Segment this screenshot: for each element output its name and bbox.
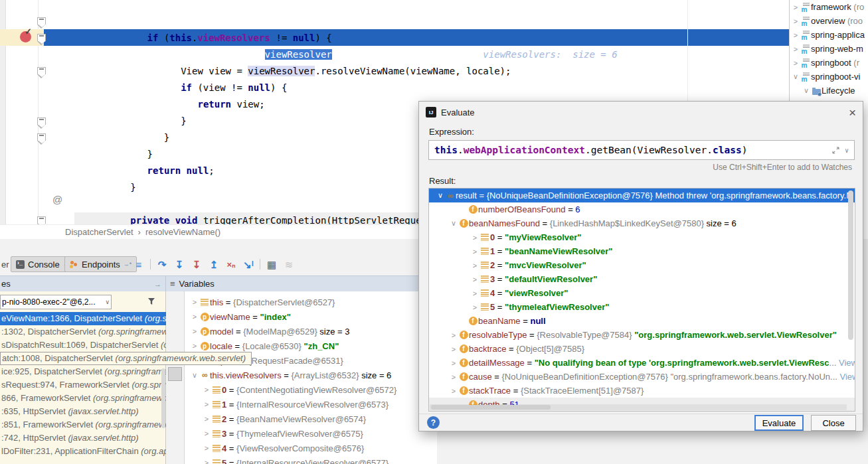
chevron-icon[interactable]: > (449, 387, 458, 395)
tree-row[interactable]: > springboot (r (790, 56, 868, 70)
fold-marker-icon[interactable] (37, 17, 46, 25)
result-vertical-scrollbar[interactable] (848, 191, 853, 340)
frame-row[interactable]: sDispatchResult:1069, DispatcherServlet … (0, 339, 166, 352)
expression-input[interactable]: this.webApplicationContext.getBean(ViewR… (428, 140, 855, 160)
variable-row[interactable]: > 3 = {ThymeleafViewResolver@6575} (185, 426, 437, 441)
chevron-icon[interactable]: > (449, 373, 458, 381)
result-row[interactable]: > stackTrace = {StackTraceElement[51]@75… (429, 384, 855, 398)
evaluate-expression-icon[interactable]: ▦ (263, 257, 280, 271)
chevron-icon[interactable]: > (449, 359, 458, 367)
variable-row[interactable]: > this = {DispatcherServlet@6527} (185, 295, 437, 309)
result-row[interactable]: > backtrace = {Object[5]@7585} (429, 342, 855, 356)
chevron-icon[interactable]: > (190, 342, 199, 350)
chevron-icon[interactable]: > (202, 444, 211, 452)
result-row[interactable]: beanName = null (429, 314, 855, 328)
variable-row[interactable]: > model = {ModelMap@6529} size = 3 (185, 324, 437, 339)
chevron-icon[interactable]: > (791, 45, 800, 53)
frame-row[interactable]: eViewName:1366, DispatcherServlet (org.s… (0, 312, 166, 325)
frame-row[interactable]: lDoFilter:231, ApplicationFilterChain (o… (0, 445, 166, 458)
step-out-icon[interactable]: ↥ (205, 257, 222, 271)
history-chevron-icon[interactable]: ∨ (845, 147, 849, 154)
variable-row[interactable]: > locale = {Locale@6530} "zh_CN" (185, 339, 437, 353)
frame-row[interactable]: :635, HttpServlet (javax.servlet.http) (0, 405, 166, 418)
frame-row[interactable]: sRequest:974, FrameworkServlet (org.spri… (0, 378, 166, 392)
chevron-icon[interactable]: > (190, 313, 199, 321)
chevron-icon[interactable]: > (791, 31, 800, 39)
frame-row[interactable]: :851, FrameworkServlet (org.springframew… (0, 418, 166, 431)
variable-row[interactable]: > viewName = "index" (185, 309, 437, 324)
tree-row[interactable]: ∨ springboot-vi (790, 70, 868, 84)
fold-marker-icon[interactable] (37, 34, 46, 41)
filter-frames-icon[interactable] (143, 297, 159, 307)
tree-row[interactable]: > spring-web-m (790, 42, 868, 56)
chevron-icon[interactable]: > (470, 289, 479, 297)
chevron-icon[interactable]: > (470, 303, 479, 311)
layout-settings-icon[interactable]: ≋ (280, 257, 298, 271)
frame-row[interactable]: ice:925, DispatcherServlet (org.springfr… (0, 365, 166, 378)
result-row[interactable]: > 5 = "thymeleafViewResolver" (429, 300, 855, 314)
result-horizontal-scrollbar[interactable] (430, 404, 847, 410)
fold-marker-icon[interactable] (37, 216, 46, 224)
tree-row[interactable]: > framework (ro (790, 0, 868, 14)
dialog-titlebar[interactable]: IJ Evaluate × (419, 102, 863, 123)
toolbar-separator[interactable] (257, 257, 263, 271)
result-row[interactable]: ∨ beanNamesFound = {LinkedHashMap$Linked… (429, 216, 855, 230)
result-tree[interactable]: ∨ result = {NoUniqueBeanDefinitionExcept… (428, 188, 855, 412)
result-row[interactable]: > 2 = "mvcViewResolver" (429, 258, 855, 272)
show-watches-toggle[interactable] (168, 367, 182, 381)
chevron-icon[interactable]: > (470, 248, 479, 256)
drop-frame-icon[interactable]: ×ₙ (222, 257, 240, 271)
variable-row[interactable]: ∨ this.viewResolvers = {ArrayList@6532} … (185, 368, 437, 382)
thread-selector[interactable]: p-nio-8080-exec-2"@6,2... ∨ (0, 295, 112, 309)
result-row[interactable]: numberOfBeansFound = 6 (429, 202, 855, 216)
variable-row[interactable]: > 2 = {BeanNameViewResolver@6574} (185, 412, 437, 426)
chevron-icon[interactable]: > (470, 262, 479, 270)
close-icon[interactable]: × (849, 106, 856, 119)
result-row[interactable]: > 3 = "defaultViewResolver" (429, 272, 855, 286)
variable-row[interactable]: > 0 = {ContentNegotiatingViewResolver@65… (185, 382, 437, 397)
chevron-icon[interactable]: ∨ (802, 86, 811, 95)
variable-row[interactable]: > 1 = {InternalResourceViewResolver@6573… (185, 397, 437, 412)
frame-row[interactable]: :1302, DispatcherServlet (org.springfram… (0, 325, 166, 339)
chevron-icon[interactable]: > (202, 400, 211, 408)
pin-icon[interactable]: → (154, 280, 161, 288)
chevron-icon[interactable]: > (202, 415, 211, 423)
step-over-icon[interactable]: ↷ (153, 257, 171, 271)
frame-row[interactable]: :742, HttpServlet (javax.servlet.http) (0, 431, 166, 445)
chevron-icon[interactable]: > (470, 275, 479, 283)
step-into-icon[interactable]: ↧ (171, 257, 188, 271)
run-to-cursor-icon[interactable]: ↘ᴵ (240, 257, 257, 271)
toolbar-separator[interactable] (147, 257, 153, 271)
variable-row[interactable]: > 5 = {InternalResourceViewResolver@6577… (185, 455, 437, 464)
chevron-icon[interactable]: ∨ (190, 371, 199, 380)
chevron-icon[interactable]: > (791, 3, 800, 11)
chevron-icon[interactable]: > (202, 429, 211, 437)
chevron-icon[interactable]: > (470, 234, 479, 242)
hamburger-icon[interactable]: ≡ (170, 279, 175, 289)
fold-marker-icon[interactable] (37, 133, 46, 141)
frame-row[interactable]: 866, FrameworkServlet (org.springframewo (0, 392, 166, 405)
fold-marker-icon[interactable] (37, 67, 46, 74)
result-row[interactable]: > resolvableType = {ResolvableType@7584}… (429, 328, 855, 342)
chevron-icon[interactable]: ∨ (436, 191, 445, 200)
expand-editor-icon[interactable] (832, 147, 839, 154)
variable-row[interactable]: > 4 = {ViewResolverComposite@6576} (185, 441, 437, 455)
chevron-icon[interactable]: > (449, 345, 458, 353)
chevron-icon[interactable]: > (791, 59, 800, 67)
chevron-icon[interactable]: > (791, 17, 800, 25)
chevron-icon[interactable]: > (202, 459, 211, 464)
tab-debugger-partial[interactable]: er (1, 260, 9, 270)
result-row[interactable]: > 1 = "beanNameViewResolver" (429, 244, 855, 258)
remove-watch-button[interactable] (168, 310, 182, 324)
tab-endpoints[interactable]: Endpoints →* (64, 256, 137, 272)
fold-marker-icon[interactable] (37, 117, 46, 125)
result-row[interactable]: ∨ result = {NoUniqueBeanDefinitionExcept… (429, 189, 855, 202)
help-button[interactable]: ? (427, 416, 440, 429)
frames-scrollbar[interactable] (161, 368, 165, 428)
evaluate-button[interactable]: Evaluate (754, 415, 804, 431)
result-row[interactable]: > cause = {NoUniqueBeanDefinitionExcepti… (429, 370, 855, 384)
close-button[interactable]: Close (811, 415, 856, 431)
chevron-icon[interactable]: ∨ (449, 219, 458, 228)
breadcrumb-class[interactable]: DispatcherServlet (65, 227, 133, 237)
chevron-icon[interactable]: > (190, 298, 199, 306)
